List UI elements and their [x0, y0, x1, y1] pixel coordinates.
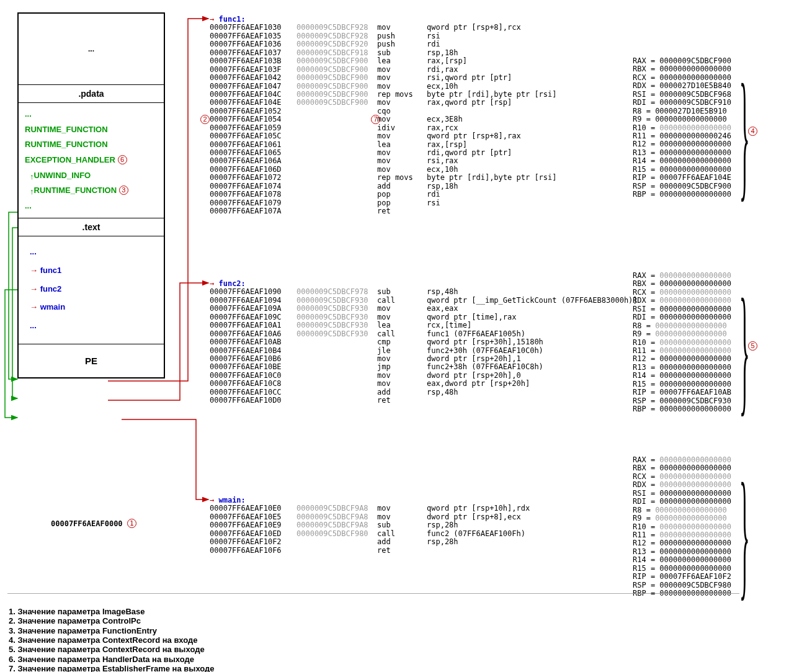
wmain-label: wmain:	[218, 496, 245, 504]
marker-7: 7	[371, 115, 380, 124]
register-row: RSI = 0000009C5DBCF968	[633, 91, 731, 99]
register-row: R15 = 0000000000000000	[633, 565, 731, 573]
register-row: RBP = 0000000000000000	[633, 190, 731, 199]
pdata-item: ...	[25, 107, 158, 122]
text-item-wmain: → wmain	[30, 298, 158, 316]
pdata-item-runtime-function: RUNTIME_FUNCTION	[25, 122, 158, 138]
disasm-row: 00007FF6AEAF10F6ret	[210, 547, 530, 555]
disasm-row: 00007FF6AEAF103B0000009C5DBCF900learax,[…	[210, 57, 557, 65]
disasm-row: 00007FF6AEAF10F2addrsp,28h	[210, 538, 530, 546]
disasm-row: 00007FF6AEAF10E50000009C5DBCF9A8movdword…	[210, 513, 530, 521]
marker-1: 1	[127, 519, 136, 528]
register-row: R13 = 0000000000000000	[633, 364, 731, 372]
register-row: RSI = 0000000000000000	[633, 305, 731, 313]
brace-icon: }	[739, 278, 750, 421]
register-row: R13 = 0000000000000000	[633, 548, 731, 556]
pdata-item-runtime-function: ↑RUNTIME_FUNCTION 3	[30, 183, 158, 199]
register-row: RIP = 00007FF6AEAF10AB	[633, 388, 731, 396]
register-row: RAX = 0000009C5DBCF900	[633, 57, 731, 65]
text-item-func2: → func2	[30, 280, 158, 298]
disasm-row: 00007FF6AEAF1078poprdi	[210, 190, 557, 199]
register-row: RIP = 00007FF6AEAF104E	[633, 174, 731, 182]
disasm-row: 00007FF6AEAF1061learax,[rsp]	[210, 141, 557, 149]
disasm-row: 00007FF6AEAF10370000009C5DBCF918subrsp,1…	[210, 49, 557, 57]
register-row: R10 = 0000000000000000	[633, 124, 731, 132]
register-row: RCX = 0000000000000000	[633, 473, 731, 481]
register-row: RSP = 0000009C5DBCF900	[633, 182, 731, 190]
disasm-row: 00007FF6AEAF10ED0000009C5DBCF980callfunc…	[210, 530, 530, 538]
divider	[7, 593, 739, 594]
register-row: RBX = 0000000000000000	[633, 280, 731, 288]
text-body: ... → func1 → func2 → wmain ...	[19, 236, 164, 344]
brace-icon: }	[739, 462, 750, 605]
register-row: R8 = 0000000000000000	[633, 506, 731, 514]
disasm-row: 00007FF6AEAF10D0ret	[210, 396, 638, 405]
register-row: RIP = 00007FF6AEAF10F2	[633, 573, 731, 581]
func2-label: func2:	[218, 279, 245, 288]
disasm-row: 00007FF6AEAF10470000009C5DBCF900movecx,1…	[210, 83, 557, 91]
register-row: RSP = 0000009C5DBCF930	[633, 397, 731, 405]
register-row: R9 = 0000000000000000	[633, 514, 731, 522]
disasm-row: 00007FF6AEAF10900000009C5DBCF978subrsp,4…	[210, 288, 638, 296]
text-section-header: .text	[19, 218, 164, 236]
disasm-row: 00007FF6AEAF104E0000009C5DBCF900movrax,q…	[210, 99, 557, 107]
disasm-row: 00007FF6AEAF10C8moveax,dword ptr [rsp+20…	[210, 380, 638, 388]
register-row: RDI = 0000000000000000	[633, 498, 731, 506]
disasm-row: 00007FF6AEAF1054movecx,3E8h	[210, 115, 557, 123]
register-row: RDI = 0000000000000000	[633, 313, 731, 321]
register-row: RDX = 0000000000000000	[633, 297, 731, 305]
disasm-row: 00007FF6AEAF10ABcmpqword ptr [rsp+30h],1…	[210, 338, 638, 346]
register-row: R12 = 0000000000000000	[633, 355, 731, 363]
disasm-row: 00007FF6AEAF106Amovrsi,rax	[210, 157, 557, 165]
text-item: ...	[30, 316, 158, 335]
disasm-row: 00007FF6AEAF10350000009C5DBCF928pushrsi	[210, 32, 557, 40]
disasm-row: 00007FF6AEAF1065movrdi,qword ptr [ptr]	[210, 149, 557, 157]
register-row: R15 = 0000000000000000	[633, 380, 731, 388]
pdata-item-runtime-function: RUNTIME_FUNCTION	[25, 137, 158, 153]
disasm-row: 00007FF6AEAF1072rep movsbyte ptr [rdi],b…	[210, 174, 557, 182]
registers-block-3: RAX = 0000000000000000RBX = 000000000000…	[633, 456, 731, 598]
register-row: RAX = 0000000000000000	[633, 272, 731, 280]
disasm-row: 00007FF6AEAF10420000009C5DBCF900movrsi,q…	[210, 74, 557, 82]
register-row: R12 = 0000000000000000	[633, 539, 731, 547]
register-row: R14 = 0000000000000000	[633, 157, 731, 165]
disasm-row: 00007FF6AEAF10940000009C5DBCF930callqwor…	[210, 297, 638, 305]
pdata-section-header: .pdata	[19, 85, 164, 103]
register-row: R11 = 0000000000000000	[633, 531, 731, 539]
legend-item: 6. Значение параметра HandlerData на вых…	[9, 655, 215, 664]
disasm-row: 00007FF6AEAF10B6movdword ptr [rsp+20h],1	[210, 355, 638, 363]
disasm-row: 00007FF6AEAF10E90000009C5DBCF9A8subrsp,2…	[210, 521, 530, 529]
marker-3: 3	[119, 186, 128, 195]
register-row: RDX = 0000027D10E5B840	[633, 82, 731, 90]
register-row: R11 = 0000000000000246	[633, 132, 731, 140]
legend: 1. Значение параметра ImageBase2. Значен…	[9, 607, 215, 672]
pdata-body: ... RUNTIME_FUNCTION RUNTIME_FUNCTION EX…	[19, 103, 164, 218]
register-row: RSI = 0000000000000000	[633, 490, 731, 498]
registers-block-1: RAX = 0000009C5DBCF900RBX = 000000000000…	[633, 57, 731, 199]
legend-item: 3. Значение параметра FunctionEntry	[9, 626, 215, 635]
register-row: RBP = 0000000000000000	[633, 405, 731, 413]
marker-6: 6	[118, 155, 127, 164]
disasm-row: 00007FF6AEAF1052cqo	[210, 107, 557, 115]
disasm-row: 00007FF6AEAF10E00000009C5DBCF9A8movqword…	[210, 504, 530, 513]
register-row: RAX = 0000000000000000	[633, 456, 731, 464]
text-item-func1: → func1	[30, 261, 158, 280]
register-row: R9 = 0000000000000000	[633, 115, 731, 123]
register-row: R10 = 0000000000000000	[633, 523, 731, 531]
disasm-row: 00007FF6AEAF106Dmovecx,10h	[210, 166, 557, 174]
marker-4: 4	[748, 127, 757, 136]
legend-item: 2. Значение параметра ControlPc	[9, 616, 215, 625]
pe-layout-table: ... .pdata ... RUNTIME_FUNCTION RUNTIME_…	[17, 12, 165, 379]
disasm-row: 00007FF6AEAF10300000009C5DBCF928movqword…	[210, 24, 557, 32]
disasm-row: 00007FF6AEAF103F0000009C5DBCF900movrdi,r…	[210, 66, 557, 74]
pdata-item-exception-handler: EXCEPTION_HANDLER 6	[25, 153, 158, 168]
legend-item: 7. Значение параметра EstablisherFrame н…	[9, 664, 215, 672]
register-row: RCX = 0000000000000000	[633, 289, 731, 297]
pe-header-label: PE	[19, 344, 164, 377]
func1-rows: 00007FF6AEAF10300000009C5DBCF928movqword…	[210, 24, 557, 215]
disasm-row: 00007FF6AEAF10B4jlefunc2+30h (07FF6AEAF1…	[210, 347, 638, 355]
disasm-func2: → func2: 00007FF6AEAF10900000009C5DBCF97…	[210, 280, 638, 405]
disasm-row: 00007FF6AEAF109C0000009C5DBCF930movqword…	[210, 313, 638, 321]
disasm-wmain: → wmain: 00007FF6AEAF10E00000009C5DBCF9A…	[210, 496, 530, 555]
register-row: R10 = 0000000000000000	[633, 339, 731, 347]
